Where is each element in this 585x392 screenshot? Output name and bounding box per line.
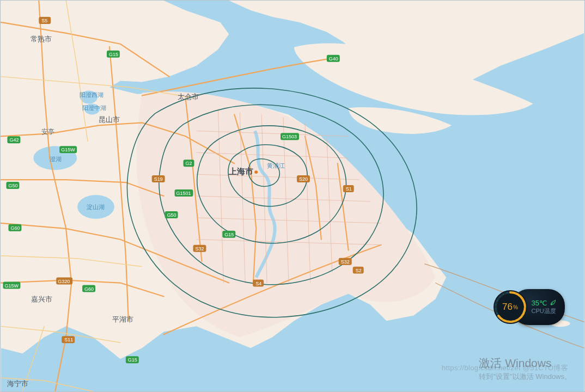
svg-text:G50: G50 xyxy=(8,183,17,188)
svg-text:G1501: G1501 xyxy=(176,191,191,196)
shield-g60-a: G60 xyxy=(8,224,21,231)
svg-text:S2: S2 xyxy=(356,268,362,273)
shield-s32-b: S32 xyxy=(339,258,352,265)
leaf-icon xyxy=(550,299,556,306)
usage-value: 76% xyxy=(492,289,528,325)
svg-text:G15: G15 xyxy=(128,357,137,363)
svg-text:S5: S5 xyxy=(41,18,47,23)
shield-g2: G2 xyxy=(184,160,194,167)
svg-text:S1: S1 xyxy=(346,186,352,192)
label-jiaxing: 嘉兴市 xyxy=(31,295,52,303)
svg-text:G15: G15 xyxy=(109,52,118,57)
svg-text:G60: G60 xyxy=(84,286,94,292)
label-yangcheng-m: 阳澄中湖 xyxy=(82,105,106,111)
shield-s20: S20 xyxy=(297,175,310,182)
shield-g1503: G1503 xyxy=(281,133,299,140)
label-shanghai: 上海市 xyxy=(228,167,253,176)
svg-text:G15W: G15W xyxy=(4,283,19,289)
svg-text:G42: G42 xyxy=(9,137,19,143)
svg-text:G1503: G1503 xyxy=(282,134,297,139)
label-dianshan: 淀山湖 xyxy=(87,204,105,210)
usage-gauge[interactable]: 76% xyxy=(492,289,528,325)
svg-text:S32: S32 xyxy=(195,246,204,252)
label-yangcheng-w: 阳澄西湖 xyxy=(80,92,103,99)
shield-s2: S2 xyxy=(353,267,364,274)
shield-s5: S5 xyxy=(39,17,51,24)
map-canvas[interactable]: 上海市 黄浦江 常熟市 太仓市 昆山市 安亭 嘉兴市 平湖市 海宁市 阳澄西湖 … xyxy=(1,1,584,391)
svg-text:G320: G320 xyxy=(58,279,70,284)
shield-g42: G42 xyxy=(7,136,20,143)
label-pinghu: 平湖市 xyxy=(112,315,133,323)
shield-g15-a: G15 xyxy=(107,51,120,58)
shield-s32-a: S32 xyxy=(193,245,206,252)
temperature-value: 35℃ xyxy=(532,299,556,307)
shield-g15-c: G15 xyxy=(126,356,139,363)
svg-text:G2: G2 xyxy=(186,161,192,166)
label-changshu: 常熟市 xyxy=(31,35,52,43)
label-cheng: 澄湖 xyxy=(50,156,62,162)
label-anting: 安亭 xyxy=(41,128,54,136)
svg-text:S4: S4 xyxy=(255,281,261,286)
svg-text:S19: S19 xyxy=(154,176,163,182)
system-monitor-widget[interactable]: 76% 35℃ CPU温度 xyxy=(492,288,565,326)
shield-g15w-b: G15W xyxy=(3,282,20,289)
shield-g40: G40 xyxy=(327,55,340,62)
svg-text:G50: G50 xyxy=(167,212,176,218)
shield-g50-b: G50 xyxy=(165,211,178,218)
shield-s4: S4 xyxy=(253,280,264,287)
shield-g320: G320 xyxy=(56,278,72,285)
shield-g50-a: G50 xyxy=(6,182,19,189)
shield-s19: S19 xyxy=(152,175,165,182)
label-kunshan: 昆山市 xyxy=(99,115,120,124)
label-haining: 海宁市 xyxy=(7,379,28,388)
svg-text:S20: S20 xyxy=(299,176,308,182)
svg-text:S32: S32 xyxy=(341,259,350,265)
map-viewport[interactable]: 上海市 黄浦江 常熟市 太仓市 昆山市 安亭 嘉兴市 平湖市 海宁市 阳澄西湖 … xyxy=(0,0,585,392)
shield-g1501: G1501 xyxy=(175,189,193,197)
label-taicang: 太仓市 xyxy=(178,93,199,101)
svg-text:G15W: G15W xyxy=(61,147,75,152)
svg-text:G40: G40 xyxy=(329,56,338,62)
marker-shanghai xyxy=(254,170,258,174)
shield-g15w-a: G15W xyxy=(59,146,77,153)
svg-text:G60: G60 xyxy=(10,225,20,231)
temperature-label: CPU温度 xyxy=(532,308,556,315)
shield-s1: S1 xyxy=(343,185,354,192)
shield-s11: S11 xyxy=(62,336,75,343)
svg-text:G15: G15 xyxy=(224,232,234,237)
svg-text:S11: S11 xyxy=(64,337,73,342)
shield-g60-b: G60 xyxy=(82,285,95,292)
label-huangpu: 黄浦江 xyxy=(267,162,285,169)
shield-g15-b: G15 xyxy=(222,231,235,238)
